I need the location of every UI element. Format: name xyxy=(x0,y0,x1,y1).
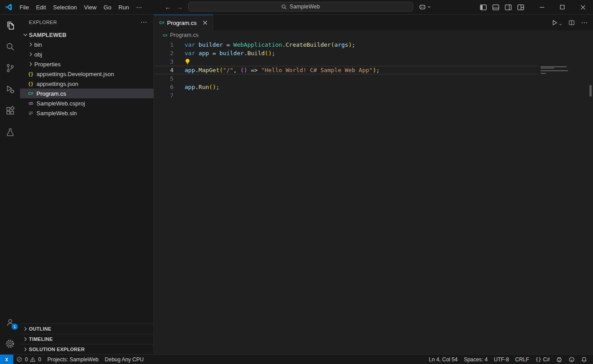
close-window-button[interactable] xyxy=(573,0,593,14)
code-token: ( xyxy=(265,50,268,57)
problems-indicator[interactable]: 0 0 xyxy=(13,355,44,364)
file-tree: SAMPLEWEB bin obj Properties xyxy=(20,30,153,354)
tab-bar: C# Program.cs ⋯ xyxy=(154,15,593,30)
language-mode[interactable]: {} C# xyxy=(532,355,553,364)
section-solution-explorer[interactable]: SOLUTION EXPLORER xyxy=(20,344,153,354)
tree-item-sampleweb-csproj[interactable]: SampleWeb.csproj xyxy=(20,98,153,108)
code-text[interactable] xyxy=(173,58,192,65)
tree-item-label: SampleWeb.sln xyxy=(36,110,77,117)
activity-explorer[interactable] xyxy=(0,15,20,36)
code-token: = xyxy=(209,50,219,57)
section-timeline[interactable]: TIMELINE xyxy=(20,334,153,344)
tree-root-label: SAMPLEWEB xyxy=(29,32,67,38)
tree-item-properties[interactable]: Properties xyxy=(20,59,153,69)
breadcrumb-item[interactable]: Program.cs xyxy=(170,32,198,38)
sidebar-header: EXPLORER ⋯ xyxy=(20,15,153,30)
code-text[interactable]: var builder = WebApplication.CreateBuild… xyxy=(173,41,355,48)
menu-go[interactable]: Go xyxy=(100,3,115,12)
code-line[interactable]: 5 xyxy=(154,74,538,83)
toggle-primary-sidebar-icon[interactable] xyxy=(480,4,487,11)
files-icon xyxy=(5,20,16,31)
tree-item-sampleweb-sln[interactable]: SampleWeb.sln xyxy=(20,108,153,118)
build-config-indicator[interactable]: Debug Any CPU xyxy=(102,355,147,364)
code-line[interactable]: 1var builder = WebApplication.CreateBuil… xyxy=(154,40,538,49)
forward-arrow-icon[interactable]: → xyxy=(174,3,186,11)
code-token: WebApplication xyxy=(234,41,282,48)
scrollbar-marker[interactable] xyxy=(589,85,592,97)
feedback-indicator[interactable] xyxy=(565,355,578,364)
tree-item-obj[interactable]: obj xyxy=(20,49,153,59)
code-line[interactable]: 3 xyxy=(154,57,538,66)
activity-run-debug[interactable] xyxy=(0,79,20,100)
toggle-secondary-sidebar-icon[interactable] xyxy=(504,4,512,11)
code-token: . xyxy=(195,84,198,90)
cursor-position[interactable]: Ln 4, Col 54 xyxy=(426,355,461,364)
eol-indicator[interactable]: CRLF xyxy=(512,355,532,364)
tree-item-appsettings-json[interactable]: {} appsettings.json xyxy=(20,79,153,89)
status-bar: 0 0 Projects: SampleWeb Debug Any CPU Ln… xyxy=(0,354,593,364)
activity-search[interactable] xyxy=(0,36,20,57)
code-token: var xyxy=(185,41,195,48)
back-arrow-icon[interactable]: ← xyxy=(162,3,174,11)
activity-settings[interactable] xyxy=(0,333,20,354)
activity-source-control[interactable] xyxy=(0,57,20,79)
line-number: 6 xyxy=(154,84,173,90)
tab-program-cs[interactable]: C# Program.cs xyxy=(154,15,213,30)
activity-testing[interactable] xyxy=(0,121,20,143)
code-text[interactable]: app.MapGet("/", () => "Hello World! C# S… xyxy=(173,67,379,73)
tree-item-appsettings-development-json[interactable]: {} appsettings.Development.json xyxy=(20,69,153,79)
search-icon xyxy=(281,4,287,10)
search-icon xyxy=(5,41,16,52)
copilot-icon[interactable] xyxy=(419,3,431,11)
code-token: Run xyxy=(198,84,209,90)
activity-account[interactable]: 1 xyxy=(0,311,20,333)
code-token: Build xyxy=(247,50,265,57)
search-box[interactable]: SampleWeb xyxy=(188,2,413,12)
lightbulb-icon[interactable] xyxy=(185,58,190,65)
sidebar-more-actions[interactable]: ⋯ xyxy=(141,18,147,26)
projects-indicator[interactable]: Projects: SampleWeb xyxy=(44,355,101,364)
encoding-indicator[interactable]: UTF-8 xyxy=(491,355,512,364)
activity-extensions[interactable] xyxy=(0,100,20,121)
menu-edit[interactable]: Edit xyxy=(32,3,49,12)
close-tab-icon[interactable] xyxy=(201,19,209,27)
code-line[interactable]: 4app.MapGet("/", () => "Hello World! C# … xyxy=(154,66,538,74)
split-editor-icon[interactable] xyxy=(568,19,575,26)
code-token: app xyxy=(185,84,195,90)
menu-selection[interactable]: Selection xyxy=(49,3,80,12)
code-token: . xyxy=(244,50,247,57)
code-token: ) xyxy=(348,41,352,48)
tree-item-program-cs[interactable]: C# Program.cs xyxy=(20,89,153,98)
code-line[interactable]: 7 xyxy=(154,91,538,100)
menu-view[interactable]: View xyxy=(81,3,100,12)
chevron-down-icon xyxy=(427,5,431,9)
code-text[interactable]: var app = builder.Build(); xyxy=(173,50,275,57)
toggle-panel-icon[interactable] xyxy=(492,4,500,11)
indentation-indicator[interactable]: Spaces: 4 xyxy=(461,355,491,364)
code-token: = xyxy=(223,41,233,48)
section-outline[interactable]: OUTLINE xyxy=(20,324,153,334)
eol-label: CRLF xyxy=(515,356,529,363)
editor-more-actions[interactable]: ⋯ xyxy=(581,19,588,27)
tree-item-bin[interactable]: bin xyxy=(20,40,153,49)
printer-indicator[interactable] xyxy=(553,355,565,364)
code-token: ; xyxy=(352,41,355,48)
tree-root-sampleweb[interactable]: SAMPLEWEB xyxy=(20,30,153,40)
beaker-icon xyxy=(5,127,16,138)
run-button[interactable] xyxy=(551,19,562,26)
maximize-button[interactable] xyxy=(552,0,573,14)
customize-layout-icon[interactable] xyxy=(517,4,524,11)
code-text[interactable]: app.Run(); xyxy=(173,84,219,90)
warning-icon xyxy=(30,356,36,362)
code-line[interactable]: 6app.Run(); xyxy=(154,83,538,91)
notifications-indicator[interactable] xyxy=(578,355,590,364)
menu-more[interactable]: ⋯ xyxy=(133,3,145,12)
minimize-button[interactable] xyxy=(532,0,552,14)
breadcrumb[interactable]: C# Program.cs xyxy=(154,30,593,40)
remote-indicator[interactable] xyxy=(0,355,13,364)
menu-file[interactable]: File xyxy=(16,3,32,12)
menu-run[interactable]: Run xyxy=(115,3,133,12)
remote-icon xyxy=(4,356,10,363)
code-line[interactable]: 2var app = builder.Build(); xyxy=(154,49,538,57)
minimap[interactable] xyxy=(541,66,568,76)
